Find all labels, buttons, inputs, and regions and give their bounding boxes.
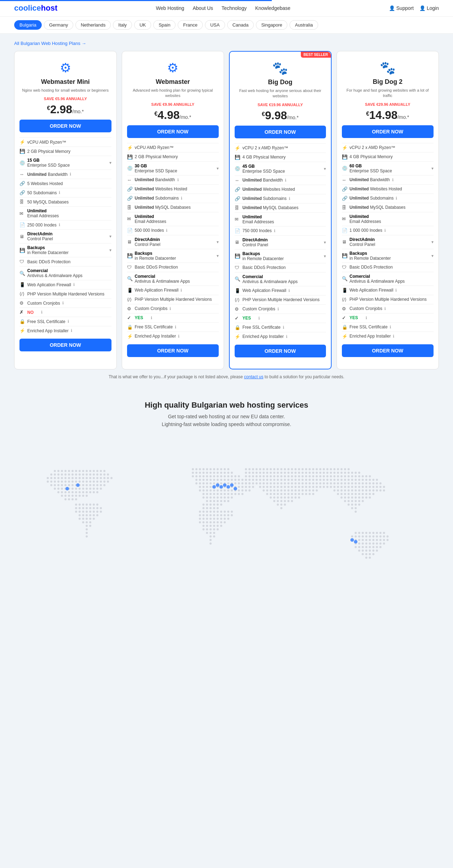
info-icon[interactable]: ℹ [62, 301, 64, 305]
login-link[interactable]: 👤 Login [419, 5, 439, 11]
info-icon[interactable]: ℹ [395, 288, 397, 293]
info-icon[interactable]: ℹ [177, 178, 179, 182]
expand-icon[interactable]: ▾ [109, 234, 111, 239]
feature-item: 🔒 Free SSL Certificate ℹ [19, 317, 111, 326]
info-icon[interactable]: ℹ [68, 319, 69, 324]
info-icon[interactable]: ℹ [286, 334, 287, 339]
country-tab-uk[interactable]: UK [134, 20, 151, 30]
info-icon[interactable]: ℹ [59, 190, 60, 195]
svg-point-117 [79, 495, 81, 497]
feature-item: 🛡 Basic DDoS Protection [235, 263, 326, 272]
expand-icon[interactable]: ▾ [217, 240, 219, 245]
info-icon[interactable]: ℹ [366, 316, 367, 320]
nav-knowledgebase[interactable]: Knowledgebase [255, 5, 291, 11]
info-icon[interactable]: ℹ [175, 325, 176, 329]
info-icon[interactable]: ℹ [277, 307, 279, 311]
order-now-button[interactable]: ORDER NOW [127, 125, 219, 138]
info-icon[interactable]: ℹ [73, 282, 75, 287]
svg-point-271 [224, 493, 226, 495]
info-icon[interactable]: ℹ [288, 288, 290, 293]
expand-icon[interactable]: ▾ [324, 166, 326, 171]
nav-about-us[interactable]: About Us [193, 5, 213, 11]
info-icon[interactable]: ℹ [180, 288, 182, 293]
section-link[interactable]: All Bulgarian Web Hosting Plans → [14, 41, 439, 46]
country-tab-australia[interactable]: Australia [289, 20, 318, 30]
info-icon[interactable]: ℹ [384, 306, 386, 311]
info-icon[interactable]: ℹ [258, 316, 260, 321]
svg-point-254 [213, 489, 215, 492]
feature-item: ⚡ vCPU 2 x AMD Ryzen™ [235, 143, 326, 153]
svg-point-270 [220, 493, 222, 495]
country-tab-germany[interactable]: Germany [44, 20, 73, 30]
country-tab-netherlands[interactable]: Netherlands [75, 20, 111, 30]
info-icon[interactable]: ℹ [59, 223, 60, 227]
svg-point-190 [195, 475, 197, 477]
info-icon[interactable]: ℹ [181, 196, 182, 201]
expand-icon[interactable]: ▾ [324, 254, 326, 259]
info-icon[interactable]: ℹ [41, 310, 42, 315]
svg-point-196 [217, 475, 219, 477]
svg-point-172 [213, 468, 215, 470]
info-icon[interactable]: ℹ [178, 334, 179, 339]
country-tab-canada[interactable]: Canada [227, 20, 254, 30]
expand-icon[interactable]: ▾ [109, 160, 111, 165]
country-tab-singapore[interactable]: Singapore [256, 20, 287, 30]
order-now-button[interactable]: ORDER NOW [19, 120, 111, 132]
country-tab-italy[interactable]: Italy [113, 20, 132, 30]
info-icon[interactable]: ℹ [170, 306, 171, 311]
info-icon[interactable]: ℹ [71, 328, 72, 333]
info-icon[interactable]: ℹ [166, 228, 167, 233]
country-tab-france[interactable]: France [178, 20, 202, 30]
feature-item: ↔ Unlimited Bandwidth ℹ [127, 175, 219, 184]
expand-icon[interactable]: ▾ [431, 166, 434, 171]
info-icon[interactable]: ℹ [151, 316, 152, 320]
svg-point-395 [266, 472, 268, 474]
info-icon[interactable]: ℹ [393, 334, 394, 339]
expand-icon[interactable]: ▾ [431, 240, 434, 245]
expand-icon[interactable]: ▾ [431, 253, 434, 258]
svg-point-668 [355, 532, 357, 534]
country-tab-usa[interactable]: USA [205, 20, 225, 30]
info-icon[interactable]: ℹ [289, 196, 290, 201]
expand-icon[interactable]: ▾ [217, 166, 219, 171]
contact-link[interactable]: contact us [244, 374, 264, 379]
info-icon[interactable]: ℹ [390, 325, 391, 329]
svg-point-298 [217, 507, 219, 509]
svg-point-158 [82, 521, 84, 523]
order-now-button[interactable]: ORDER NOW [235, 126, 326, 138]
info-icon[interactable]: ℹ [274, 229, 275, 233]
nav-web-hosting[interactable]: Web Hosting [156, 5, 184, 11]
nav-technology[interactable]: Technology [222, 5, 247, 11]
info-icon[interactable]: ℹ [384, 228, 386, 233]
svg-point-670 [362, 532, 364, 534]
svg-point-408 [312, 472, 314, 474]
svg-point-343 [210, 525, 212, 527]
order-now-button-bottom[interactable]: ORDER NOW [127, 344, 219, 357]
svg-point-571 [263, 489, 265, 492]
svg-point-679 [358, 535, 360, 538]
svg-point-143 [89, 511, 91, 513]
country-tab-bulgaria[interactable]: Bulgaria [14, 20, 42, 30]
svg-point-174 [220, 468, 222, 470]
country-tab-spain[interactable]: Spain [153, 20, 176, 30]
logo[interactable]: coolicehost [14, 4, 57, 13]
order-now-button-bottom[interactable]: ORDER NOW [19, 339, 111, 351]
svg-point-221 [206, 482, 208, 484]
expand-icon[interactable]: ▾ [109, 248, 111, 253]
order-now-button[interactable]: ORDER NOW [342, 125, 434, 138]
expand-icon[interactable]: ▾ [217, 253, 219, 258]
support-link[interactable]: 👤 Support [389, 5, 414, 11]
feature-item: 🔗 Unlimited Websites Hosted [127, 184, 219, 194]
info-icon[interactable]: ℹ [285, 178, 286, 183]
info-icon[interactable]: ℹ [396, 196, 397, 201]
info-icon[interactable]: ℹ [70, 172, 71, 177]
svg-point-382 [326, 468, 328, 470]
feature-icon-item: 💿 [342, 166, 348, 171]
order-now-button-bottom[interactable]: ORDER NOW [235, 345, 326, 357]
order-now-button-bottom[interactable]: ORDER NOW [342, 344, 434, 357]
info-icon[interactable]: ℹ [283, 325, 284, 330]
expand-icon[interactable]: ▾ [324, 240, 326, 245]
info-icon[interactable]: ℹ [392, 178, 394, 182]
svg-point-353 [210, 532, 212, 534]
svg-point-286 [206, 500, 208, 502]
